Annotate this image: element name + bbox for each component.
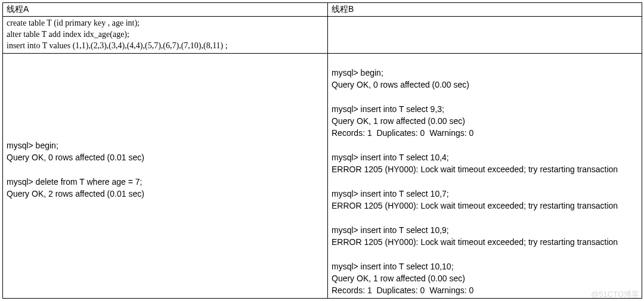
session-row: mysql> begin; Query OK, 0 rows affected … bbox=[3, 53, 642, 298]
watermark: @51CTO博客 bbox=[591, 289, 639, 300]
header-thread-a: 线程A bbox=[3, 3, 328, 17]
sql-create: create table T (id primary key , age int… bbox=[7, 18, 324, 29]
thread-b-output: mysql> begin; Query OK, 0 rows affected … bbox=[328, 53, 642, 298]
thread-a-output: mysql> begin; Query OK, 0 rows affected … bbox=[3, 53, 328, 298]
header-thread-b: 线程B bbox=[328, 3, 642, 17]
setup-row: create table T (id primary key , age int… bbox=[3, 17, 642, 54]
header-row: 线程A 线程B bbox=[3, 3, 642, 17]
sql-insert: insert into T values (1,1),(2,3),(3,4),(… bbox=[7, 41, 324, 52]
setup-cell: create table T (id primary key , age int… bbox=[3, 17, 328, 54]
sql-alter: alter table T add index idx_age(age); bbox=[7, 29, 324, 41]
setup-cell-b bbox=[328, 17, 642, 54]
thread-table: 线程A 线程B create table T (id primary key ,… bbox=[2, 2, 642, 299]
